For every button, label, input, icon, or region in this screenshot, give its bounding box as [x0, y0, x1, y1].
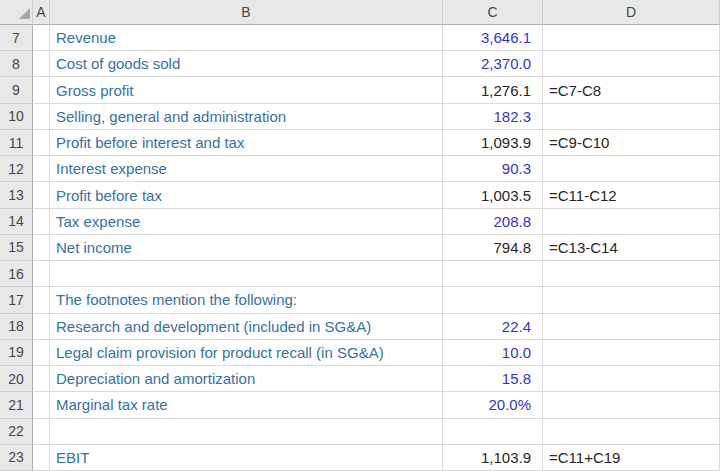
cell-B16[interactable]: [50, 261, 443, 287]
cell-D8[interactable]: [543, 51, 720, 77]
cell-C15[interactable]: 794.8: [443, 235, 543, 261]
cell-A13[interactable]: [33, 182, 50, 208]
column-header-b[interactable]: B: [50, 0, 443, 25]
cell-C12[interactable]: 90.3: [443, 156, 543, 182]
cell-A8[interactable]: [33, 51, 50, 77]
row-header-15[interactable]: 15: [0, 235, 33, 261]
cell-B22[interactable]: [50, 419, 443, 445]
row-header-23[interactable]: 23: [0, 445, 33, 471]
cell-A20[interactable]: [33, 366, 50, 392]
select-all-triangle-icon: [19, 8, 30, 19]
cell-B18[interactable]: Research and development (included in SG…: [50, 314, 443, 340]
sheet-row-10: 10Selling, general and administration182…: [0, 104, 720, 130]
cell-D19[interactable]: [543, 340, 720, 366]
cell-C9[interactable]: 1,276.1: [443, 77, 543, 103]
cell-C7[interactable]: 3,646.1: [443, 25, 543, 51]
sheet-row-22: 22: [0, 419, 720, 445]
cell-A11[interactable]: [33, 130, 50, 156]
cell-D11[interactable]: =C9-C10: [543, 130, 720, 156]
cell-D7[interactable]: [543, 25, 720, 51]
cell-D18[interactable]: [543, 314, 720, 340]
cell-A9[interactable]: [33, 77, 50, 103]
cell-B15[interactable]: Net income: [50, 235, 443, 261]
row-header-11[interactable]: 11: [0, 130, 33, 156]
column-header-c[interactable]: C: [443, 0, 543, 25]
cell-B23[interactable]: EBIT: [50, 445, 443, 471]
column-header-a[interactable]: A: [33, 0, 50, 25]
cell-D17[interactable]: [543, 287, 720, 313]
cell-A16[interactable]: [33, 261, 50, 287]
cell-A15[interactable]: [33, 235, 50, 261]
sheet-row-20: 20Depreciation and amortization15.8: [0, 366, 720, 392]
cell-A22[interactable]: [33, 419, 50, 445]
cell-D23[interactable]: =C11+C19: [543, 445, 720, 471]
cell-A23[interactable]: [33, 445, 50, 471]
cell-B21[interactable]: Marginal tax rate: [50, 392, 443, 418]
select-all-corner[interactable]: [0, 0, 33, 25]
cell-C14[interactable]: 208.8: [443, 209, 543, 235]
cell-B14[interactable]: Tax expense: [50, 209, 443, 235]
column-header-d[interactable]: D: [543, 0, 720, 25]
cell-B9[interactable]: Gross profit: [50, 77, 443, 103]
row-header-13[interactable]: 13: [0, 182, 33, 208]
sheet-rows: 7Revenue3,646.18Cost of goods sold2,370.…: [0, 25, 720, 471]
cell-B17[interactable]: The footnotes mention the following:: [50, 287, 443, 313]
cell-A19[interactable]: [33, 340, 50, 366]
cell-D9[interactable]: =C7-C8: [543, 77, 720, 103]
row-header-9[interactable]: 9: [0, 77, 33, 103]
cell-B20[interactable]: Depreciation and amortization: [50, 366, 443, 392]
cell-C18[interactable]: 22.4: [443, 314, 543, 340]
cell-B10[interactable]: Selling, general and administration: [50, 104, 443, 130]
cell-B7[interactable]: Revenue: [50, 25, 443, 51]
sheet-row-18: 18Research and development (included in …: [0, 314, 720, 340]
cell-B8[interactable]: Cost of goods sold: [50, 51, 443, 77]
cell-C11[interactable]: 1,093.9: [443, 130, 543, 156]
row-header-19[interactable]: 19: [0, 340, 33, 366]
row-header-17[interactable]: 17: [0, 287, 33, 313]
cell-D22[interactable]: [543, 419, 720, 445]
cell-B11[interactable]: Profit before interest and tax: [50, 130, 443, 156]
cell-C19[interactable]: 10.0: [443, 340, 543, 366]
column-header-row: A B C D: [0, 0, 720, 25]
cell-C13[interactable]: 1,003.5: [443, 182, 543, 208]
cell-D15[interactable]: =C13-C14: [543, 235, 720, 261]
cell-B12[interactable]: Interest expense: [50, 156, 443, 182]
row-header-14[interactable]: 14: [0, 209, 33, 235]
row-header-18[interactable]: 18: [0, 314, 33, 340]
cell-D21[interactable]: [543, 392, 720, 418]
row-header-10[interactable]: 10: [0, 104, 33, 130]
row-header-21[interactable]: 21: [0, 392, 33, 418]
cell-A17[interactable]: [33, 287, 50, 313]
cell-A10[interactable]: [33, 104, 50, 130]
row-header-7[interactable]: 7: [0, 25, 33, 51]
cell-D13[interactable]: =C11-C12: [543, 182, 720, 208]
cell-A12[interactable]: [33, 156, 50, 182]
cell-C20[interactable]: 15.8: [443, 366, 543, 392]
cell-B19[interactable]: Legal claim provision for product recall…: [50, 340, 443, 366]
row-header-22[interactable]: 22: [0, 419, 33, 445]
cell-C23[interactable]: 1,103.9: [443, 445, 543, 471]
cell-B13[interactable]: Profit before tax: [50, 182, 443, 208]
cell-C8[interactable]: 2,370.0: [443, 51, 543, 77]
cell-D20[interactable]: [543, 366, 720, 392]
cell-C22[interactable]: [443, 419, 543, 445]
cell-A14[interactable]: [33, 209, 50, 235]
cell-C21[interactable]: 20.0%: [443, 392, 543, 418]
cell-D12[interactable]: [543, 156, 720, 182]
cell-A18[interactable]: [33, 314, 50, 340]
cell-C16[interactable]: [443, 261, 543, 287]
row-header-8[interactable]: 8: [0, 51, 33, 77]
cell-D10[interactable]: [543, 104, 720, 130]
sheet-row-15: 15Net income794.8=C13-C14: [0, 235, 720, 261]
cell-C17[interactable]: [443, 287, 543, 313]
cell-D16[interactable]: [543, 261, 720, 287]
row-header-16[interactable]: 16: [0, 261, 33, 287]
cell-A21[interactable]: [33, 392, 50, 418]
cell-A7[interactable]: [33, 25, 50, 51]
sheet-row-19: 19Legal claim provision for product reca…: [0, 340, 720, 366]
cell-C10[interactable]: 182.3: [443, 104, 543, 130]
cell-D14[interactable]: [543, 209, 720, 235]
row-header-20[interactable]: 20: [0, 366, 33, 392]
row-header-12[interactable]: 12: [0, 156, 33, 182]
sheet-row-14: 14Tax expense208.8: [0, 209, 720, 235]
